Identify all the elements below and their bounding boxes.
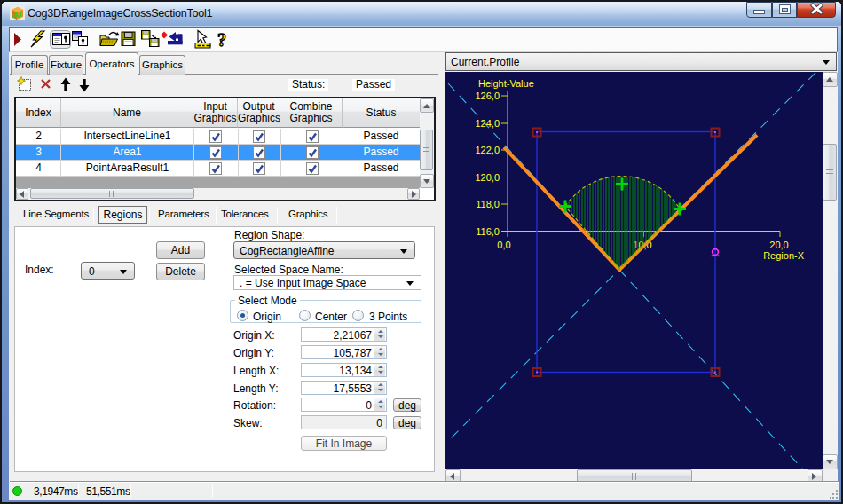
svg-text:124,0: 124,0 bbox=[475, 118, 500, 129]
svg-text:116,0: 116,0 bbox=[476, 226, 500, 237]
svg-text:Region-X: Region-X bbox=[763, 250, 805, 261]
svg-text:126,0: 126,0 bbox=[475, 91, 500, 101]
svg-text:Height-Value: Height-Value bbox=[478, 78, 534, 89]
svg-text:0,0: 0,0 bbox=[497, 240, 510, 250]
svg-text:118,0: 118,0 bbox=[476, 199, 500, 209]
svg-text:20,0: 20,0 bbox=[769, 240, 788, 250]
svg-text:120,0: 120,0 bbox=[475, 172, 500, 183]
svg-text:?: ? bbox=[217, 30, 226, 50]
svg-text:122,0: 122,0 bbox=[475, 145, 500, 155]
